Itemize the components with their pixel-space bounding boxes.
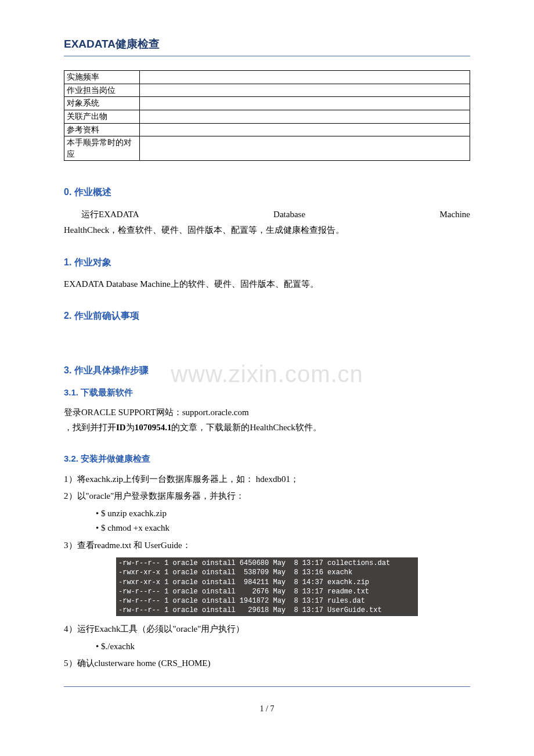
meta-table: 实施频率 作业担当岗位 对象系统 关联产出物 参考资料 本手顺异常时的对应 xyxy=(64,70,470,161)
meta-label: 实施频率 xyxy=(64,71,140,84)
footer-divider xyxy=(64,686,470,687)
table-row: 作业担当岗位 xyxy=(64,84,470,97)
meta-label: 作业担当岗位 xyxy=(64,84,140,97)
text: 为 xyxy=(126,423,135,432)
document-content: EXADATA健康检查 实施频率 作业担当岗位 对象系统 关联产出物 参考资料 … xyxy=(64,35,470,716)
step-4-bullet-1: • $./exachk xyxy=(96,639,470,654)
section-3-1-body: 登录ORACLE SUPPORT网站：support.oracle.com ，找… xyxy=(64,405,470,435)
section-3-2-heading: 3.2. 安装并做健康检查 xyxy=(64,451,470,466)
step-1: 1）将exachk.zip上传到一台数据库服务器上，如： hdexdb01； xyxy=(64,472,470,487)
spacer xyxy=(64,331,470,348)
step-2-bullet-2: • $ chmod +x exachk xyxy=(96,521,470,536)
step-2-bullet-1: • $ unzip exachk.zip xyxy=(96,506,470,521)
text: 的文章，下载最新的HealthCheck软件。 xyxy=(171,423,321,432)
step-4: 4）运行Exachk工具（必须以"oracle"用户执行） xyxy=(64,622,470,637)
text: 运行EXADATA xyxy=(64,207,139,222)
text: HealthCheck，检查软件、硬件、固件版本、配置等，生成健康检查报告。 xyxy=(64,223,470,238)
text: Database xyxy=(256,207,305,222)
meta-value xyxy=(140,97,470,110)
table-row: 本手顺异常时的对应 xyxy=(64,136,470,161)
text: Machine xyxy=(423,207,470,222)
step-2: 2）以"oracle"用户登录数据库服务器，并执行： xyxy=(64,489,470,504)
step-5: 5）确认clusterware home (CRS_HOME) xyxy=(64,656,470,671)
meta-label: 关联产出物 xyxy=(64,110,140,124)
table-row: 对象系统 xyxy=(64,97,470,110)
section-1-heading: 1. 作业对象 xyxy=(64,254,470,270)
meta-value xyxy=(140,84,470,97)
text: ，找到并打开 xyxy=(64,423,116,432)
page-title: EXADATA健康检查 xyxy=(64,35,470,56)
meta-value xyxy=(140,136,470,161)
table-row: 关联产出物 xyxy=(64,110,470,124)
meta-label: 对象系统 xyxy=(64,97,140,110)
step-3: 3）查看readme.txt 和 UserGuide： xyxy=(64,538,470,553)
page-number: 1 / 7 xyxy=(64,702,470,716)
meta-label: 本手顺异常时的对应 xyxy=(64,136,140,161)
section-3-1-heading: 3.1. 下载最新软件 xyxy=(64,385,470,400)
meta-value xyxy=(140,123,470,136)
section-0-body: 运行EXADATA Database Machine HealthCheck，检… xyxy=(64,207,470,238)
section-2-heading: 2. 作业前确认事项 xyxy=(64,308,470,323)
section-1-body: EXADATA Database Machine上的软件、硬件、固件版本、配置等… xyxy=(64,277,470,292)
text: 登录ORACLE SUPPORT网站：support.oracle.com xyxy=(64,408,249,417)
text-bold: ID xyxy=(116,423,126,432)
terminal-output: -rw-r--r-- 1 oracle oinstall 6450680 May… xyxy=(116,557,418,616)
meta-label: 参考资料 xyxy=(64,123,140,136)
meta-value xyxy=(140,71,470,84)
text-bold: 1070954.1 xyxy=(135,423,172,432)
section-0-heading: 0. 作业概述 xyxy=(64,184,470,200)
table-row: 实施频率 xyxy=(64,71,470,84)
table-row: 参考资料 xyxy=(64,123,470,136)
section-3-heading: 3. 作业具体操作步骤 xyxy=(64,362,470,378)
meta-value xyxy=(140,110,470,124)
